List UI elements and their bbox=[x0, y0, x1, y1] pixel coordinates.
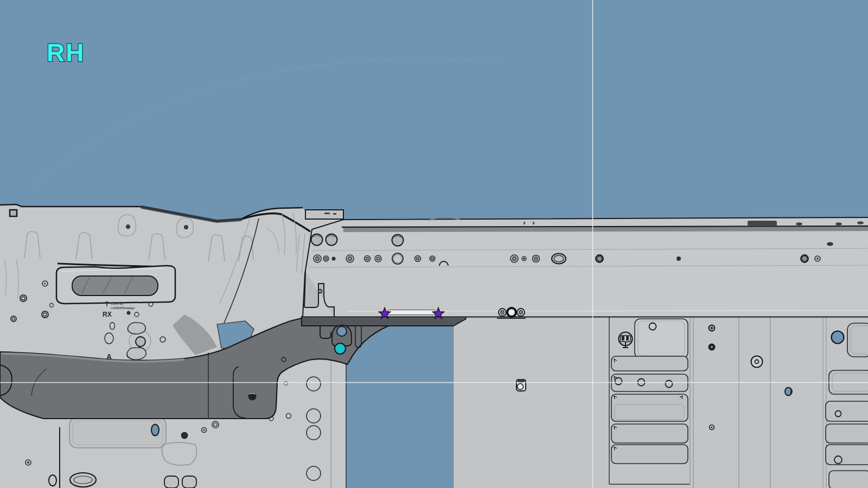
part-number: 1504792 bbox=[111, 302, 124, 305]
part-revision: <A3S37Dstwlg> bbox=[111, 306, 136, 310]
weld-point-marker[interactable] bbox=[335, 343, 346, 354]
cad-viewport[interactable]: 1504792 <A3S37Dstwlg> RX A RH bbox=[0, 0, 868, 488]
background-gap bbox=[346, 325, 453, 488]
panel-through-hole bbox=[832, 331, 844, 344]
rocker-rail[interactable] bbox=[303, 217, 868, 317]
hook-through-hole bbox=[318, 290, 322, 293]
arm-bolt bbox=[248, 393, 257, 401]
datum-label: A bbox=[106, 352, 112, 361]
view-label: RH bbox=[47, 38, 85, 67]
casting-handle-slot[interactable] bbox=[56, 266, 175, 304]
stud-fastener bbox=[516, 380, 526, 391]
measurement-slot bbox=[387, 310, 436, 315]
part-stamp: RX bbox=[103, 311, 112, 318]
bracket-through-hole bbox=[337, 326, 347, 336]
sill-recess-panel bbox=[611, 319, 688, 464]
panel-through-hole bbox=[151, 425, 159, 436]
